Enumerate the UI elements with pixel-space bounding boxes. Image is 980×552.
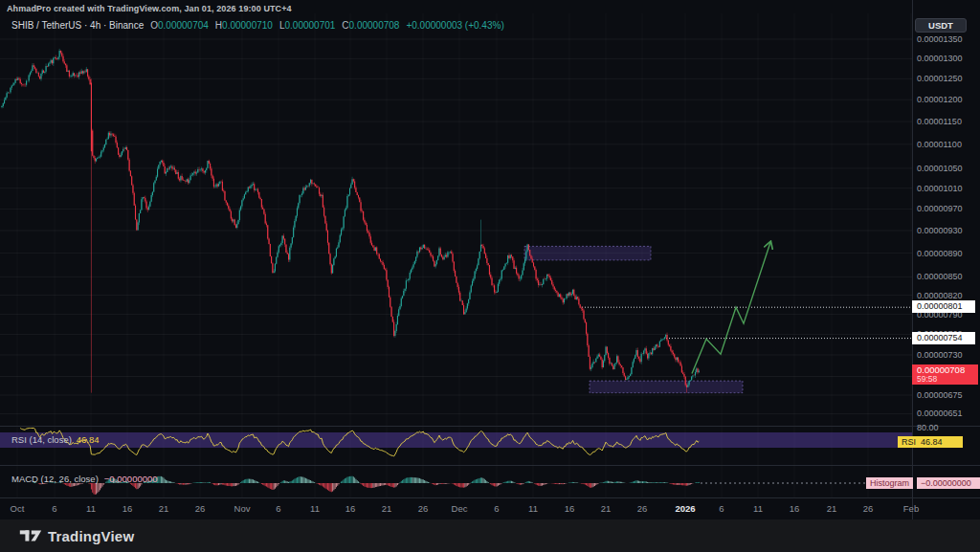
price-tick-label: 0.00000970	[917, 204, 978, 213]
last-price-label: 0.00000708 59:58	[912, 364, 978, 385]
time-tick-label: 11	[528, 503, 538, 514]
price-tick-label: 0.00001050	[917, 164, 978, 173]
tradingview-chart-window: AhmadPro created with TradingView.com, J…	[0, 0, 980, 552]
time-tick-label: 6	[276, 503, 280, 514]
rsi-value: 46.84	[77, 434, 100, 445]
macd-label: MACD (12, 26, close)	[11, 474, 99, 484]
tradingview-logo-text: TradingView	[48, 528, 134, 544]
time-tick-label: 21	[159, 503, 169, 514]
time-tick-label: Nov	[234, 503, 251, 514]
rsi-axis-value-badge: 46.84	[917, 436, 963, 448]
time-tick-label: 11	[310, 503, 320, 514]
tradingview-logo[interactable]: TradingView	[19, 526, 134, 545]
low-value: L0.00000701	[279, 20, 335, 31]
price-tick-label: 0.00001350	[917, 34, 978, 44]
time-tick-label: 26	[195, 503, 206, 514]
time-tick-label: 6	[719, 503, 724, 514]
price-tick-label: 0.00001200	[917, 95, 978, 104]
price-tick-label: 0.00001250	[917, 74, 978, 83]
time-tick-label: 26	[418, 503, 429, 514]
price-tick-label: 0.00000930	[917, 226, 978, 235]
time-tick-label: 26	[637, 503, 648, 514]
price-tick-label: 0.00000651	[917, 408, 978, 418]
tradingview-logo-icon	[19, 526, 42, 545]
open-value: O0.00000704	[150, 20, 209, 31]
time-tick-label: 11	[753, 503, 763, 514]
bar-countdown: 59:58	[917, 375, 978, 384]
rsi-indicator-legend[interactable]: RSI (14, close)46.84	[11, 434, 100, 445]
price-tick-label: 0.00001010	[917, 184, 978, 193]
macd-value: −0.00000000	[104, 474, 158, 484]
rsi-scale-tick-80: 80.00	[917, 423, 939, 432]
time-tick-label: 16	[345, 503, 356, 514]
footer-bar: TradingView	[0, 519, 980, 552]
time-tick-label: Oct	[11, 503, 25, 514]
time-tick-label: 21	[827, 503, 837, 514]
time-tick-label: 11	[86, 503, 96, 514]
time-tick-label: 16	[565, 503, 575, 514]
price-tick-label: 0.00000820	[917, 291, 978, 300]
histogram-axis-badge: Histogram	[866, 477, 913, 489]
price-tick-label: 0.00000850	[917, 272, 978, 281]
price-tick-label: 0.00001300	[917, 54, 978, 63]
price-tick-label: 0.00000730	[917, 350, 978, 360]
currency-toggle-usdt[interactable]: USDT	[915, 18, 967, 33]
time-tick-label: 6	[52, 503, 56, 514]
time-tick-label: Dec	[452, 503, 468, 514]
price-level-label-801: 0.00000801	[912, 300, 975, 313]
price-tick-label: 0.00001100	[917, 140, 978, 149]
time-tick-label: 16	[122, 503, 133, 514]
close-value: C0.00000708	[342, 20, 399, 31]
time-tick-label: 16	[790, 503, 800, 514]
price-level-label-754: 0.00000754	[912, 332, 975, 344]
price-chart-canvas[interactable]	[0, 0, 980, 552]
price-tick-label: 0.00001150	[917, 117, 978, 126]
price-tick-label: 0.00000890	[917, 249, 978, 258]
symbol-legend: SHIB / TetherUS · 4h · Binance O0.000007…	[11, 20, 504, 31]
change-value: +0.00000003 (+0.43%)	[406, 20, 503, 31]
time-tick-label: Feb	[903, 503, 919, 514]
attribution-text: AhmadPro created with TradingView.com, J…	[7, 4, 292, 13]
time-tick-label: 2026	[675, 503, 695, 514]
time-tick-label: 26	[863, 503, 874, 514]
macd-indicator-legend[interactable]: MACD (12, 26, close)−0.00000000	[11, 474, 158, 484]
symbol-title[interactable]: SHIB / TetherUS · 4h · Binance	[11, 20, 144, 31]
time-tick-label: 21	[601, 503, 612, 514]
histogram-axis-value-badge: −0.00000000	[917, 477, 980, 489]
time-tick-label: 21	[382, 503, 392, 514]
high-value: H0.00000710	[215, 20, 273, 31]
price-tick-label: 0.00000675	[917, 390, 978, 400]
time-tick-label: 6	[494, 503, 499, 514]
rsi-label: RSI (14, close)	[11, 434, 72, 445]
